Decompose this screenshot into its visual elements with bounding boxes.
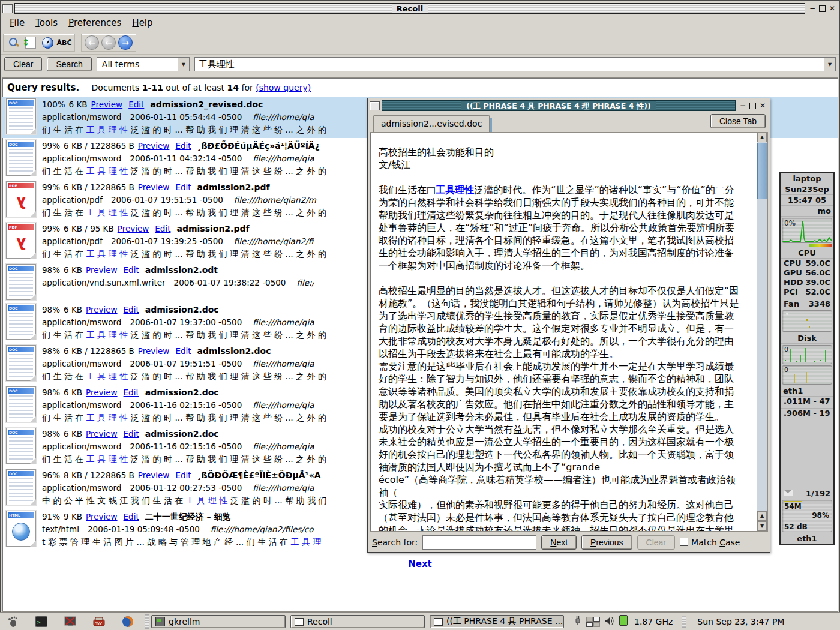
gkrellm-mini-icon: [155, 617, 165, 626]
next-page-link[interactable]: Next: [408, 559, 432, 569]
file-date: 2006-11-16 02:15:16 -0500: [130, 442, 242, 451]
highlighted-term: 工 具 理 性: [86, 371, 128, 381]
preview-link[interactable]: Preview: [91, 100, 123, 109]
minimize-icon[interactable]: −: [740, 101, 746, 110]
find-input[interactable]: [422, 535, 536, 550]
task-button-gkrellm[interactable]: gkrellm: [151, 615, 286, 628]
result-filename: admission2.doc: [145, 429, 219, 439]
preview-search-icon[interactable]: [6, 35, 22, 50]
clear-button[interactable]: Clear: [4, 57, 42, 71]
query-combo: ▼: [194, 57, 836, 71]
fan-chart[interactable]: [782, 310, 832, 332]
edit-link[interactable]: Edit: [124, 512, 139, 521]
firefox-icon[interactable]: [121, 615, 134, 628]
task-button-preview[interactable]: ((工 PHRASE 4 具 PHRASE ...: [430, 615, 564, 628]
edit-link[interactable]: Edit: [124, 265, 139, 275]
preview-link[interactable]: Preview: [138, 470, 170, 480]
edit-link[interactable]: Edit: [155, 224, 170, 233]
task-button-recoll[interactable]: Recoll: [290, 615, 425, 628]
preview-scrollbar[interactable]: ▲ ▲ ▼: [757, 133, 767, 531]
term-explorer-icon[interactable]: ÅBĈ: [56, 35, 72, 50]
window-menu-icon[interactable]: [2, 4, 13, 13]
search-button[interactable]: Search: [47, 57, 91, 71]
speaker-icon[interactable]: [604, 616, 615, 628]
power-plug-icon[interactable]: [574, 615, 582, 628]
edit-link[interactable]: Edit: [124, 388, 139, 397]
menu-help[interactable]: Help: [127, 16, 158, 29]
maximize-icon[interactable]: [749, 103, 756, 109]
edit-link[interactable]: Edit: [124, 429, 139, 439]
preview-link[interactable]: Preview: [86, 305, 118, 314]
forward-arrow-icon: →: [118, 35, 133, 50]
menu-file[interactable]: File: [4, 16, 30, 29]
gnome-foot-icon[interactable]: [6, 615, 19, 628]
terminal-icon[interactable]: >_: [35, 615, 48, 628]
sort-params-icon[interactable]: [23, 35, 38, 50]
preview-link[interactable]: Preview: [138, 141, 170, 151]
cpu-chart[interactable]: 0%: [782, 218, 832, 243]
find-next-button[interactable]: Next: [541, 535, 577, 550]
match-case-checkbox[interactable]: Match Case: [680, 538, 740, 547]
taskbar-clock[interactable]: Sun Sep 23, 3:47 PM: [691, 615, 791, 628]
preview-titlebar[interactable]: ((工 PHRASE 4 具 PHRASE 4 理 PHRASE 4 性)): [382, 100, 736, 111]
preview-link[interactable]: Preview: [118, 224, 149, 233]
scroll-up-icon[interactable]: ▲: [757, 511, 767, 521]
close-icon[interactable]: ✕: [760, 101, 766, 110]
result-filename: ¸ßÐ£ÕÐÉúµÄÉç»á¹¦ÄÜºÍÄ¿: [197, 141, 320, 151]
find-previous-button[interactable]: Previous: [581, 535, 632, 550]
minimize-icon[interactable]: −: [809, 4, 815, 13]
disk-chart-2[interactable]: 0: [782, 365, 832, 385]
gkrellm-time: 15:47 05: [781, 195, 833, 206]
file-type-icon: HTML: [6, 511, 36, 547]
show-query-link[interactable]: (show query): [256, 83, 311, 92]
edit-link[interactable]: Edit: [175, 470, 191, 480]
preview-text-area[interactable]: 高校招生的社会功能和目的 文/钱江我们生活在□工具理性泛滥的时代。作为“世之显学…: [370, 132, 768, 532]
preview-link[interactable]: Preview: [138, 346, 170, 356]
temp-row: PCI52.0C: [781, 287, 833, 297]
edit-link[interactable]: Edit: [128, 100, 144, 109]
cpu-battery-icon[interactable]: [619, 615, 628, 628]
window-menu-icon[interactable]: [370, 101, 380, 110]
maximize-icon[interactable]: [819, 5, 826, 12]
preview-tab[interactable]: admission2...evised.doc: [373, 115, 490, 132]
snippet: 们 生 活 在 工 具 理 性 泛 滥 的 时 ... 帮 助 我 们 理 清 …: [42, 329, 326, 341]
typewriter-icon[interactable]: [92, 615, 106, 628]
main-titlebar[interactable]: Recoll: [14, 3, 805, 14]
close-tab-button[interactable]: Close Tab: [710, 114, 766, 128]
highlighted-term: 工 具 理 性: [86, 208, 128, 217]
search-input[interactable]: [195, 58, 824, 71]
preview-link[interactable]: Preview: [86, 388, 118, 397]
edit-link[interactable]: Edit: [175, 182, 191, 192]
main-titlebar-row: Recoll − ✕: [1, 1, 839, 15]
edit-link[interactable]: Edit: [124, 305, 139, 314]
sort-by-date-icon[interactable]: [40, 35, 55, 50]
next-page-button[interactable]: →: [118, 35, 133, 50]
preview-link[interactable]: Preview: [86, 265, 118, 275]
file-date: 2006-01-11 05:54:44 -0500: [130, 112, 242, 122]
window-title: Recoll: [392, 4, 428, 13]
screenlock-icon[interactable]: [64, 615, 77, 628]
edit-link[interactable]: Edit: [175, 346, 191, 356]
disk-chart-1[interactable]: 0: [782, 345, 832, 364]
first-page-button[interactable]: ←: [84, 35, 100, 50]
chevron-down-icon[interactable]: ▼: [824, 58, 835, 71]
preview-link[interactable]: Preview: [138, 182, 170, 192]
file-date: 2006-01-19 05:09:48 -0500: [88, 524, 200, 534]
panel-handle[interactable]: [682, 616, 686, 628]
scrollbar-thumb[interactable]: [757, 143, 768, 199]
edit-link[interactable]: Edit: [175, 141, 191, 151]
prev-page-button[interactable]: ←: [101, 35, 116, 50]
menu-tools[interactable]: Tools: [30, 16, 63, 29]
wifi-panel[interactable]: 54M 98% 52 dB: [782, 500, 832, 532]
search-mode-select[interactable]: All terms ▼: [97, 57, 190, 71]
scroll-down-icon[interactable]: ▼: [757, 521, 767, 531]
close-icon[interactable]: ✕: [829, 4, 835, 13]
preview-link[interactable]: Preview: [86, 429, 118, 439]
workspace-pager[interactable]: [586, 617, 600, 627]
panel-handle[interactable]: [145, 614, 149, 629]
file-url: file:///home/qia: [253, 400, 314, 410]
menu-preferences[interactable]: Preferences: [63, 16, 127, 29]
preview-link[interactable]: Preview: [86, 512, 118, 521]
preview-window-controls: − ✕: [737, 101, 768, 110]
scroll-up-icon[interactable]: ▲: [757, 133, 767, 142]
